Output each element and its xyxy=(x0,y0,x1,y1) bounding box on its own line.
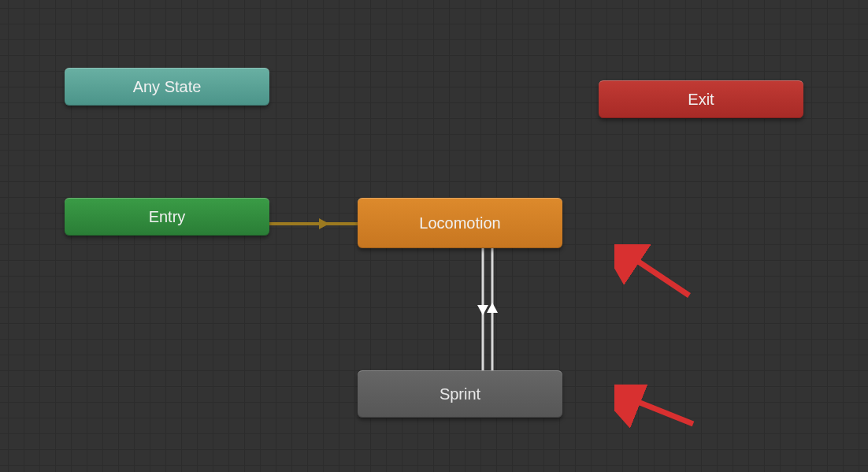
node-label: Entry xyxy=(149,208,186,226)
node-entry[interactable]: Entry xyxy=(65,198,269,236)
node-label: Any State xyxy=(133,78,202,96)
node-sprint[interactable]: Sprint xyxy=(358,370,562,418)
node-label: Locomotion xyxy=(419,214,500,232)
node-label: Sprint xyxy=(440,385,480,403)
node-any-state[interactable]: Any State xyxy=(65,68,269,106)
node-exit[interactable]: Exit xyxy=(599,80,803,118)
node-locomotion[interactable]: Locomotion xyxy=(358,198,562,248)
node-label: Exit xyxy=(688,91,714,109)
